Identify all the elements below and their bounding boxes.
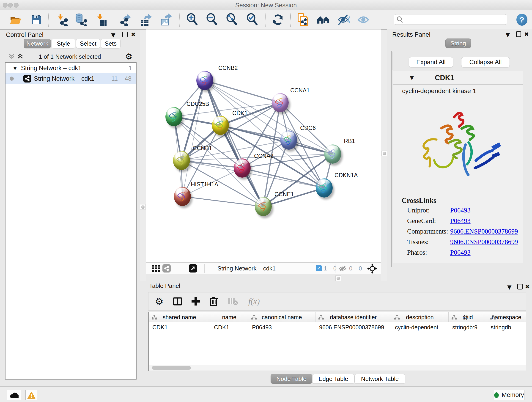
zoom-fit-button[interactable] xyxy=(226,13,239,26)
import-table-file-button[interactable] xyxy=(95,13,108,26)
clone-network-button[interactable] xyxy=(297,13,309,26)
memory-status-button[interactable]: Memory xyxy=(494,390,525,400)
add-column-icon[interactable] xyxy=(191,297,200,306)
control-panel-menu-icon[interactable]: ▼ xyxy=(111,32,115,38)
first-neighbors-button[interactable] xyxy=(317,13,330,26)
table-settings-gear-icon[interactable]: ⚙ xyxy=(155,296,164,307)
search-input[interactable] xyxy=(404,16,502,23)
cell-name[interactable]: CDK1 xyxy=(210,322,248,332)
cell-description[interactable]: cyclin-dependent ... xyxy=(391,322,449,332)
save-session-button[interactable] xyxy=(30,13,43,26)
right-splitter-handle[interactable] xyxy=(381,151,387,156)
hide-selected-button[interactable] xyxy=(337,13,350,26)
cell-shared-name[interactable]: CDK1 xyxy=(149,322,210,332)
import-network-file-button[interactable] xyxy=(56,13,69,26)
results-panel-menu-icon[interactable]: ▼ xyxy=(506,32,510,38)
horizontal-splitter-handle[interactable] xyxy=(336,275,341,281)
refresh-view-button[interactable] xyxy=(272,13,284,26)
open-session-button[interactable] xyxy=(9,13,22,26)
node-details-header[interactable]: ▼ CDK1 xyxy=(393,71,523,85)
tab-node-table[interactable]: Node Table xyxy=(271,374,312,384)
tab-string[interactable]: String xyxy=(445,38,471,48)
export-network-button[interactable] xyxy=(119,13,132,26)
network-node-RB1[interactable] xyxy=(324,144,341,164)
network-node-CCNA1[interactable] xyxy=(272,93,289,112)
detach-view-icon[interactable] xyxy=(189,264,197,273)
collapse-section-icon[interactable]: ▼ xyxy=(410,75,414,81)
tab-sets[interactable]: Sets xyxy=(101,39,120,48)
network-row[interactable]: String Network – cdk1 11 48 xyxy=(6,73,136,84)
network-node-CDK1[interactable] xyxy=(212,116,229,135)
tab-style[interactable]: Style xyxy=(51,39,75,48)
table-row[interactable]: CDK1 CDK1 P06493 9606.ENSP00000378699 cy… xyxy=(149,322,526,332)
crosslink-link[interactable]: P06493 xyxy=(450,206,471,214)
tab-network-table[interactable]: Network Table xyxy=(355,374,405,384)
crosslink-link[interactable]: 9606.ENSP00000378699 xyxy=(450,238,518,246)
cell-id[interactable]: stringdb:9... xyxy=(449,322,487,332)
cloud-status-button[interactable] xyxy=(7,390,21,400)
network-node-CCNB1[interactable] xyxy=(173,151,190,170)
crosslink-link[interactable]: 9606.ENSP00000378699 xyxy=(450,228,518,235)
control-panel-close-icon[interactable]: ✖ xyxy=(131,32,136,38)
tab-network[interactable]: Network xyxy=(24,39,51,48)
help-button[interactable]: ? xyxy=(515,13,528,26)
function-builder-icon[interactable]: f(x) xyxy=(248,297,260,306)
column-header-shared-name[interactable]: shared name xyxy=(149,312,210,322)
left-splitter[interactable] xyxy=(140,30,146,281)
delete-column-icon[interactable] xyxy=(209,296,218,306)
column-header-description[interactable]: description xyxy=(391,312,449,322)
network-options-gear-icon[interactable]: ⚙ xyxy=(125,52,133,61)
collection-expand-icon[interactable]: ▼ xyxy=(13,65,17,71)
grid-view-icon[interactable] xyxy=(152,265,160,273)
tab-edge-table[interactable]: Edge Table xyxy=(312,374,355,384)
table-horizontal-scrollbar[interactable] xyxy=(149,365,526,370)
cell-canonical-name[interactable]: P06493 xyxy=(248,322,316,332)
table-panel-menu-icon[interactable]: ▼ xyxy=(507,284,511,290)
network-node-CCNA2[interactable] xyxy=(234,158,251,178)
crosslink-link[interactable]: P06493 xyxy=(450,217,471,225)
column-header-namespace[interactable]: namespace xyxy=(487,312,526,322)
collapse-all-button[interactable]: Collapse All xyxy=(461,57,510,67)
table-panel-close-icon[interactable]: ✖ xyxy=(525,283,530,290)
column-header-id[interactable]: @id xyxy=(449,312,487,322)
column-header-canonical-name[interactable]: canonical name xyxy=(248,312,316,322)
show-all-button[interactable] xyxy=(357,13,370,26)
birdseye-navigator-icon[interactable] xyxy=(367,264,377,274)
results-panel-float-icon[interactable] xyxy=(516,32,521,37)
import-network-database-button[interactable] xyxy=(75,13,88,26)
network-collection-row[interactable]: ▼ String Network – cdk1 1 xyxy=(6,63,136,73)
cell-database-identifier[interactable]: 9606.ENSP00000378699 xyxy=(316,322,391,332)
network-selection-summary: 1 of 1 Network selected xyxy=(0,53,140,60)
selected-count-checkbox[interactable]: ✓ xyxy=(316,265,322,271)
export-table-button[interactable] xyxy=(139,13,152,26)
network-node-CDKN1A[interactable] xyxy=(316,178,333,198)
warnings-button[interactable] xyxy=(25,390,37,400)
hidden-count-eye-icon[interactable] xyxy=(338,265,347,272)
crosslink-link[interactable]: P06493 xyxy=(450,249,471,256)
network-node-CDC6[interactable] xyxy=(280,130,297,150)
tab-select[interactable]: Select xyxy=(76,39,100,48)
results-panel-close-icon[interactable]: ✖ xyxy=(524,31,529,38)
show-columns-icon[interactable] xyxy=(173,297,182,306)
network-canvas[interactable]: CCNB2CCNA1CDC25BCDK1CDC6RB1CCNB1CCNA2CDK… xyxy=(146,30,381,262)
export-image-button[interactable] xyxy=(160,13,173,26)
network-share-view-icon[interactable] xyxy=(162,264,171,273)
delete-table-icon[interactable] xyxy=(228,297,238,306)
cell-namespace[interactable]: stringdb xyxy=(487,322,526,332)
column-header-database-identifier[interactable]: database identifier xyxy=(316,312,391,322)
zoom-out-button[interactable] xyxy=(206,13,219,26)
zoom-in-button[interactable] xyxy=(186,13,199,26)
network-node-CCNB2[interactable] xyxy=(196,71,213,90)
table-panel-float-icon[interactable] xyxy=(517,284,523,289)
scrollbar-thumb[interactable] xyxy=(152,366,191,370)
zoom-selected-button[interactable] xyxy=(246,13,259,26)
expand-all-button[interactable]: Expand All xyxy=(409,57,453,67)
search-field[interactable] xyxy=(394,14,507,25)
network-node-HIST1H1A[interactable] xyxy=(174,187,191,206)
control-panel-float-icon[interactable] xyxy=(122,32,128,37)
network-node-CDC25B[interactable] xyxy=(165,107,182,126)
network-node-CCNE1[interactable] xyxy=(255,197,272,216)
column-header-name[interactable]: name xyxy=(210,312,248,322)
left-splitter-handle[interactable] xyxy=(140,204,146,210)
right-splitter[interactable] xyxy=(381,30,387,281)
